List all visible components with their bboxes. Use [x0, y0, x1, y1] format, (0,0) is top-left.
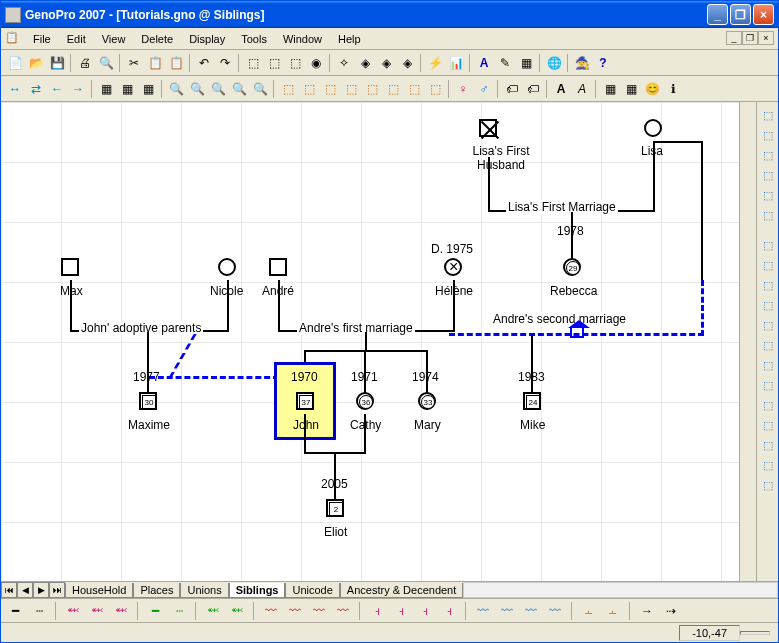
rel-tool-icon[interactable]: ┄ — [29, 601, 49, 621]
rel-tool-icon[interactable]: ⫠ — [579, 601, 599, 621]
label-icon[interactable]: 🏷 — [502, 79, 522, 99]
menu-help[interactable]: Help — [330, 31, 369, 47]
tool-icon[interactable]: ⬚ — [243, 53, 263, 73]
label-icon[interactable]: 🏷 — [523, 79, 543, 99]
tree-icon[interactable]: ⬚ — [299, 79, 319, 99]
tool-icon[interactable]: ◈ — [355, 53, 375, 73]
tool-icon[interactable]: ⚡ — [425, 53, 445, 73]
grid-icon[interactable]: ▦ — [138, 79, 158, 99]
mdi-minimize[interactable]: _ — [726, 31, 742, 45]
tab-unions[interactable]: Unions — [180, 583, 228, 598]
tab-ancestry[interactable]: Ancestry & Decendent — [340, 583, 463, 598]
maximize-button[interactable]: ❐ — [730, 4, 751, 25]
tree-icon[interactable]: ⬚ — [278, 79, 298, 99]
rel-tool-icon[interactable]: ⬼ — [63, 601, 83, 621]
tool-icon[interactable]: ⬚ — [264, 53, 284, 73]
tree-icon[interactable]: ⬚ — [320, 79, 340, 99]
tree-icon[interactable]: ⬚ — [362, 79, 382, 99]
tool-icon[interactable]: 📊 — [446, 53, 466, 73]
side-tool-icon[interactable]: ⬚ — [759, 316, 777, 334]
grid-icon[interactable]: ▦ — [117, 79, 137, 99]
tab-household[interactable]: HouseHold — [65, 583, 133, 598]
nav-icon[interactable]: ⇄ — [26, 79, 46, 99]
rel-tool-icon[interactable]: 〰 — [261, 601, 281, 621]
smiley-icon[interactable]: 😊 — [642, 79, 662, 99]
tab-nav-prev[interactable]: ◀ — [17, 582, 33, 598]
side-tool-icon[interactable]: ⬚ — [759, 166, 777, 184]
palette-icon[interactable]: ▦ — [516, 53, 536, 73]
font-icon[interactable]: A — [572, 79, 592, 99]
side-tool-icon[interactable]: ⬚ — [759, 276, 777, 294]
rel-tool-icon[interactable]: ━ — [5, 601, 25, 621]
rel-tool-icon[interactable]: → — [637, 601, 657, 621]
tool-icon[interactable]: ⬚ — [285, 53, 305, 73]
zoom-icon[interactable]: 🔍 — [250, 79, 270, 99]
rel-tool-icon[interactable]: 〰 — [309, 601, 329, 621]
tab-siblings[interactable]: Siblings — [229, 583, 286, 598]
tab-unicode[interactable]: Unicode — [285, 583, 339, 598]
minimize-button[interactable]: _ — [707, 4, 728, 25]
rel-tool-icon[interactable]: ⫞ — [367, 601, 387, 621]
gender-icon[interactable]: ♀ — [453, 79, 473, 99]
pencil-icon[interactable]: ✎ — [495, 53, 515, 73]
globe-icon[interactable]: 🌐 — [544, 53, 564, 73]
zoom-fit-icon[interactable]: 🔍 — [208, 79, 228, 99]
undo-icon[interactable]: ↶ — [194, 53, 214, 73]
zoom-out-icon[interactable]: 🔍 — [187, 79, 207, 99]
side-tool-icon[interactable]: ⬚ — [759, 296, 777, 314]
tab-nav-last[interactable]: ⏭ — [49, 582, 65, 598]
menu-window[interactable]: Window — [275, 31, 330, 47]
rel-tool-icon[interactable]: 〰 — [285, 601, 305, 621]
side-tool-icon[interactable]: ⬚ — [759, 206, 777, 224]
save-icon[interactable]: 💾 — [47, 53, 67, 73]
side-tool-icon[interactable]: ⬚ — [759, 256, 777, 274]
tab-nav-first[interactable]: ⏮ — [1, 582, 17, 598]
rel-tool-icon[interactable]: ⫠ — [603, 601, 623, 621]
zoom-in-icon[interactable]: 🔍 — [166, 79, 186, 99]
grid-icon[interactable]: ▦ — [96, 79, 116, 99]
genogram-canvas[interactable]: Lisa's FirstHusband Lisa Lisa's First Ma… — [1, 102, 756, 581]
tree-icon[interactable]: ⬚ — [404, 79, 424, 99]
new-icon[interactable]: 📄 — [5, 53, 25, 73]
tool-icon[interactable]: ◈ — [397, 53, 417, 73]
rel-tool-icon[interactable]: 〰 — [473, 601, 493, 621]
vertical-scrollbar[interactable] — [739, 102, 756, 581]
wizard-icon[interactable]: 🧙 — [572, 53, 592, 73]
rel-tool-icon[interactable]: ⬼ — [227, 601, 247, 621]
rel-tool-icon[interactable]: ⫞ — [415, 601, 435, 621]
side-tool-icon[interactable]: ⬚ — [759, 356, 777, 374]
tab-places[interactable]: Places — [133, 583, 180, 598]
layout-icon[interactable]: ▦ — [621, 79, 641, 99]
tab-nav-next[interactable]: ▶ — [33, 582, 49, 598]
person-lisas-husband[interactable] — [479, 119, 497, 140]
mdi-close[interactable]: × — [758, 31, 774, 45]
rel-tool-icon[interactable]: ⫞ — [439, 601, 459, 621]
nav-icon[interactable]: → — [68, 79, 88, 99]
person-andre[interactable] — [269, 258, 287, 279]
menu-delete[interactable]: Delete — [133, 31, 181, 47]
menu-edit[interactable]: Edit — [59, 31, 94, 47]
horizontal-scrollbar[interactable] — [463, 582, 778, 598]
close-button[interactable]: × — [753, 4, 774, 25]
side-tool-icon[interactable]: ⬚ — [759, 236, 777, 254]
font-icon[interactable]: A — [551, 79, 571, 99]
rel-tool-icon[interactable]: ⫞ — [391, 601, 411, 621]
zoom-icon[interactable]: 🔍 — [229, 79, 249, 99]
tool-icon[interactable]: ✧ — [334, 53, 354, 73]
side-tool-icon[interactable]: ⬚ — [759, 186, 777, 204]
person-helene[interactable] — [444, 258, 462, 279]
print-icon[interactable]: 🖨 — [75, 53, 95, 73]
rel-tool-icon[interactable]: ⇢ — [661, 601, 681, 621]
side-tool-icon[interactable]: ⬚ — [759, 456, 777, 474]
side-tool-icon[interactable]: ⬚ — [759, 376, 777, 394]
open-icon[interactable]: 📂 — [26, 53, 46, 73]
copy-icon[interactable]: 📋 — [145, 53, 165, 73]
side-tool-icon[interactable]: ⬚ — [759, 126, 777, 144]
gender-icon[interactable]: ♂ — [474, 79, 494, 99]
menu-file[interactable]: File — [25, 31, 59, 47]
layout-icon[interactable]: ▦ — [600, 79, 620, 99]
side-tool-icon[interactable]: ⬚ — [759, 396, 777, 414]
tool-icon[interactable]: ◉ — [306, 53, 326, 73]
preview-icon[interactable]: 🔍 — [96, 53, 116, 73]
person-nicole[interactable] — [218, 258, 236, 279]
